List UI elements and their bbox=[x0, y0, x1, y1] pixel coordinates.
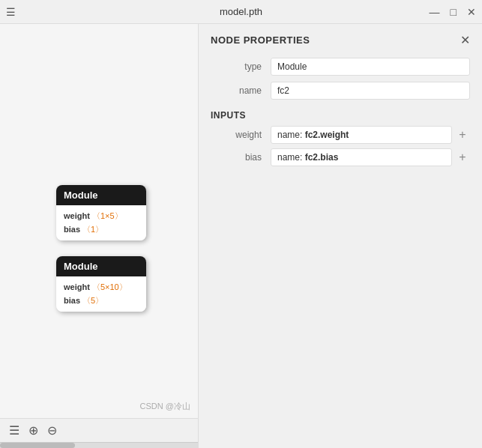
bias-input-label: bias bbox=[211, 152, 271, 163]
node2-weight-key: weight bbox=[64, 282, 92, 291]
node1-weight-val: 〈1×5〉 bbox=[92, 211, 123, 220]
module-node-1[interactable]: Module weight 〈1×5〉 bias 〈1〉 bbox=[56, 185, 146, 240]
type-label: type bbox=[211, 61, 271, 72]
maximize-button[interactable]: □ bbox=[451, 7, 457, 17]
title-bar-left: ☰ bbox=[6, 7, 16, 17]
bias-input-text: name: fc2.bias bbox=[277, 152, 338, 163]
minimize-button[interactable]: — bbox=[430, 7, 440, 17]
title-bar-controls: — □ ✕ bbox=[430, 7, 476, 17]
canvas-content[interactable]: Module weight 〈1×5〉 bias 〈1〉 Module weig… bbox=[0, 24, 198, 418]
name-value[interactable]: fc2 bbox=[271, 82, 470, 100]
module-node-2-header: Module bbox=[56, 256, 146, 276]
canvas-scrollbar[interactable] bbox=[0, 442, 198, 448]
properties-header: NODE PROPERTIES ✕ bbox=[199, 24, 482, 55]
bias-bold: fc2.bias bbox=[305, 152, 339, 163]
name-label: name bbox=[211, 85, 271, 96]
properties-title: NODE PROPERTIES bbox=[211, 34, 310, 46]
canvas-toolbar: ☰ ⊕ ⊖ bbox=[0, 418, 198, 442]
node2-bias-key: bias bbox=[64, 296, 82, 305]
canvas-panel: Module weight 〈1×5〉 bias 〈1〉 Module weig… bbox=[0, 24, 199, 448]
inputs-section-title: INPUTS bbox=[199, 103, 482, 124]
node2-weight-val: 〈5×10〉 bbox=[92, 282, 127, 291]
bias-add-button[interactable]: + bbox=[455, 150, 470, 165]
module-node-1-header: Module bbox=[56, 185, 146, 205]
type-row: type Module bbox=[199, 55, 482, 79]
node1-weight-line: weight 〈1×5〉 bbox=[64, 210, 139, 223]
node2-bias-val: 〈5〉 bbox=[82, 296, 103, 305]
zoom-in-icon[interactable]: ⊕ bbox=[27, 423, 40, 438]
node1-bias-line: bias 〈1〉 bbox=[64, 223, 139, 237]
weight-input-text: name: fc2.weight bbox=[277, 130, 349, 140]
name-row: name fc2 bbox=[199, 79, 482, 103]
window-title: model.pth bbox=[220, 6, 262, 17]
close-button[interactable]: ✕ bbox=[467, 7, 476, 17]
menu-icon[interactable]: ☰ bbox=[6, 7, 16, 17]
module-node-1-body: weight 〈1×5〉 bias 〈1〉 bbox=[56, 205, 146, 240]
weight-input-value[interactable]: name: fc2.weight bbox=[271, 126, 452, 144]
node2-weight-line: weight 〈5×10〉 bbox=[64, 281, 139, 294]
bias-input-row: bias name: fc2.bias + bbox=[199, 146, 482, 169]
properties-panel: NODE PROPERTIES ✕ type Module name fc2 I… bbox=[199, 24, 482, 448]
weight-input-label: weight bbox=[211, 130, 271, 140]
node2-bias-line: bias 〈5〉 bbox=[64, 294, 139, 308]
title-bar: ☰ model.pth — □ ✕ bbox=[0, 0, 482, 24]
main-area: Module weight 〈1×5〉 bias 〈1〉 Module weig… bbox=[0, 24, 482, 448]
weight-input-row: weight name: fc2.weight + bbox=[199, 124, 482, 146]
module-node-2-body: weight 〈5×10〉 bias 〈5〉 bbox=[56, 276, 146, 312]
type-value[interactable]: Module bbox=[271, 58, 470, 76]
list-icon[interactable]: ☰ bbox=[7, 423, 21, 438]
canvas-scrollbar-thumb[interactable] bbox=[0, 443, 75, 448]
weight-add-button[interactable]: + bbox=[455, 127, 470, 142]
weight-bold: fc2.weight bbox=[305, 130, 349, 140]
node1-bias-val: 〈1〉 bbox=[82, 225, 103, 234]
properties-close-button[interactable]: ✕ bbox=[460, 33, 470, 47]
bias-input-value[interactable]: name: fc2.bias bbox=[271, 148, 452, 166]
node1-weight-key: weight bbox=[64, 211, 92, 220]
zoom-out-icon[interactable]: ⊖ bbox=[46, 423, 58, 438]
node1-bias-key: bias bbox=[64, 225, 82, 234]
module-node-2[interactable]: Module weight 〈5×10〉 bias 〈5〉 bbox=[56, 256, 146, 312]
watermark: CSDN @冷山 bbox=[140, 401, 190, 412]
